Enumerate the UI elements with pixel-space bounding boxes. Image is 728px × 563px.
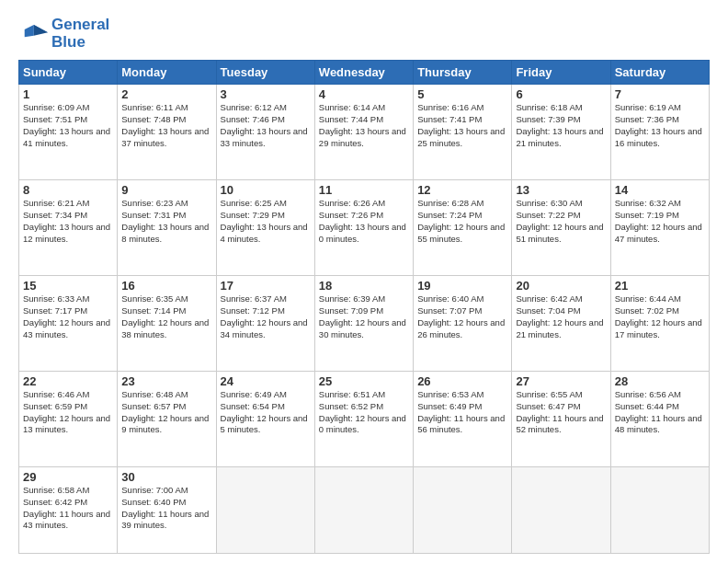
table-row: 9Sunrise: 6:23 AMSunset: 7:31 PMDaylight… <box>118 180 216 276</box>
col-wednesday: Wednesday <box>314 61 413 85</box>
day-number: 29 <box>23 470 113 484</box>
day-info: Sunrise: 6:09 AMSunset: 7:51 PMDaylight:… <box>23 102 113 149</box>
table-row: 25Sunrise: 6:51 AMSunset: 6:52 PMDayligh… <box>314 372 413 467</box>
day-number: 19 <box>417 279 507 293</box>
day-number: 18 <box>319 279 409 293</box>
col-thursday: Thursday <box>414 61 512 85</box>
day-info: Sunrise: 6:55 AMSunset: 6:47 PMDaylight:… <box>516 389 606 436</box>
day-number: 24 <box>221 374 311 388</box>
table-row: 4Sunrise: 6:14 AMSunset: 7:44 PMDaylight… <box>314 85 413 180</box>
day-info: Sunrise: 6:16 AMSunset: 7:41 PMDaylight:… <box>417 102 507 149</box>
table-row: 30Sunrise: 7:00 AMSunset: 6:40 PMDayligh… <box>118 466 216 553</box>
day-info: Sunrise: 6:26 AMSunset: 7:26 PMDaylight:… <box>319 198 409 245</box>
page: General Blue Sunday Monday Tuesday Wedne… <box>0 0 728 563</box>
table-row: 22Sunrise: 6:46 AMSunset: 6:59 PMDayligh… <box>19 372 118 467</box>
table-row <box>610 466 709 553</box>
day-info: Sunrise: 6:28 AMSunset: 7:24 PMDaylight:… <box>417 198 507 245</box>
table-row: 6Sunrise: 6:18 AMSunset: 7:39 PMDaylight… <box>512 85 610 180</box>
day-number: 4 <box>319 87 409 101</box>
table-row: 2Sunrise: 6:11 AMSunset: 7:48 PMDaylight… <box>118 85 216 180</box>
day-info: Sunrise: 6:35 AMSunset: 7:14 PMDaylight:… <box>121 293 211 340</box>
logo-icon <box>18 21 48 47</box>
day-number: 8 <box>23 183 113 197</box>
table-row: 19Sunrise: 6:40 AMSunset: 7:07 PMDayligh… <box>414 276 512 372</box>
col-sunday: Sunday <box>19 61 118 85</box>
day-number: 11 <box>319 183 409 197</box>
table-row <box>414 466 512 553</box>
table-row: 12Sunrise: 6:28 AMSunset: 7:24 PMDayligh… <box>414 180 512 276</box>
day-number: 26 <box>417 374 507 388</box>
table-row <box>512 466 610 553</box>
table-row: 11Sunrise: 6:26 AMSunset: 7:26 PMDayligh… <box>314 180 413 276</box>
svg-marker-1 <box>34 25 48 36</box>
table-row: 7Sunrise: 6:19 AMSunset: 7:36 PMDaylight… <box>610 85 709 180</box>
day-number: 15 <box>23 279 113 293</box>
day-info: Sunrise: 6:11 AMSunset: 7:48 PMDaylight:… <box>121 102 211 149</box>
day-number: 17 <box>221 279 311 293</box>
day-number: 16 <box>121 279 211 293</box>
logo-text: General Blue <box>51 17 109 51</box>
day-info: Sunrise: 6:18 AMSunset: 7:39 PMDaylight:… <box>516 102 606 149</box>
day-info: Sunrise: 6:32 AMSunset: 7:19 PMDaylight:… <box>615 198 705 245</box>
table-row: 20Sunrise: 6:42 AMSunset: 7:04 PMDayligh… <box>512 276 610 372</box>
table-row: 26Sunrise: 6:53 AMSunset: 6:49 PMDayligh… <box>414 372 512 467</box>
day-info: Sunrise: 6:44 AMSunset: 7:02 PMDaylight:… <box>615 293 705 340</box>
day-info: Sunrise: 6:53 AMSunset: 6:49 PMDaylight:… <box>417 389 507 436</box>
day-number: 3 <box>221 87 311 101</box>
table-row: 15Sunrise: 6:33 AMSunset: 7:17 PMDayligh… <box>19 276 118 372</box>
table-row: 1Sunrise: 6:09 AMSunset: 7:51 PMDaylight… <box>19 85 118 180</box>
day-info: Sunrise: 6:39 AMSunset: 7:09 PMDaylight:… <box>319 293 409 340</box>
table-row <box>216 466 314 553</box>
day-number: 21 <box>615 279 705 293</box>
col-tuesday: Tuesday <box>216 61 314 85</box>
day-info: Sunrise: 6:46 AMSunset: 6:59 PMDaylight:… <box>23 389 113 436</box>
svg-marker-2 <box>25 25 34 37</box>
header: General Blue <box>18 17 710 51</box>
day-info: Sunrise: 6:23 AMSunset: 7:31 PMDaylight:… <box>121 198 211 245</box>
day-number: 22 <box>23 374 113 388</box>
day-number: 27 <box>516 374 606 388</box>
day-number: 2 <box>121 87 211 101</box>
table-row <box>314 466 413 553</box>
day-number: 13 <box>516 183 606 197</box>
table-row: 13Sunrise: 6:30 AMSunset: 7:22 PMDayligh… <box>512 180 610 276</box>
calendar-table: Sunday Monday Tuesday Wednesday Thursday… <box>18 60 710 554</box>
table-row: 24Sunrise: 6:49 AMSunset: 6:54 PMDayligh… <box>216 372 314 467</box>
day-info: Sunrise: 6:40 AMSunset: 7:07 PMDaylight:… <box>417 293 507 340</box>
day-number: 28 <box>615 374 705 388</box>
table-row: 3Sunrise: 6:12 AMSunset: 7:46 PMDaylight… <box>216 85 314 180</box>
day-info: Sunrise: 6:42 AMSunset: 7:04 PMDaylight:… <box>516 293 606 340</box>
day-number: 10 <box>221 183 311 197</box>
day-info: Sunrise: 6:56 AMSunset: 6:44 PMDaylight:… <box>615 389 705 436</box>
table-row: 23Sunrise: 6:48 AMSunset: 6:57 PMDayligh… <box>118 372 216 467</box>
day-info: Sunrise: 6:48 AMSunset: 6:57 PMDaylight:… <box>121 389 211 436</box>
calendar-header-row: Sunday Monday Tuesday Wednesday Thursday… <box>19 61 710 85</box>
day-info: Sunrise: 6:25 AMSunset: 7:29 PMDaylight:… <box>221 198 311 245</box>
day-info: Sunrise: 7:00 AMSunset: 6:40 PMDaylight:… <box>121 485 211 532</box>
day-number: 20 <box>516 279 606 293</box>
table-row: 28Sunrise: 6:56 AMSunset: 6:44 PMDayligh… <box>610 372 709 467</box>
day-number: 7 <box>615 87 705 101</box>
day-number: 14 <box>615 183 705 197</box>
table-row: 17Sunrise: 6:37 AMSunset: 7:12 PMDayligh… <box>216 276 314 372</box>
table-row: 29Sunrise: 6:58 AMSunset: 6:42 PMDayligh… <box>19 466 118 553</box>
col-monday: Monday <box>118 61 216 85</box>
day-number: 30 <box>121 470 211 484</box>
day-number: 23 <box>121 374 211 388</box>
day-number: 12 <box>417 183 507 197</box>
table-row: 8Sunrise: 6:21 AMSunset: 7:34 PMDaylight… <box>19 180 118 276</box>
col-saturday: Saturday <box>610 61 709 85</box>
day-number: 6 <box>516 87 606 101</box>
day-number: 9 <box>121 183 211 197</box>
day-info: Sunrise: 6:51 AMSunset: 6:52 PMDaylight:… <box>319 389 409 436</box>
table-row: 21Sunrise: 6:44 AMSunset: 7:02 PMDayligh… <box>610 276 709 372</box>
day-number: 5 <box>417 87 507 101</box>
day-number: 1 <box>23 87 113 101</box>
day-info: Sunrise: 6:30 AMSunset: 7:22 PMDaylight:… <box>516 198 606 245</box>
day-info: Sunrise: 6:37 AMSunset: 7:12 PMDaylight:… <box>221 293 311 340</box>
table-row: 18Sunrise: 6:39 AMSunset: 7:09 PMDayligh… <box>314 276 413 372</box>
table-row: 27Sunrise: 6:55 AMSunset: 6:47 PMDayligh… <box>512 372 610 467</box>
day-info: Sunrise: 6:33 AMSunset: 7:17 PMDaylight:… <box>23 293 113 340</box>
day-info: Sunrise: 6:58 AMSunset: 6:42 PMDaylight:… <box>23 485 113 532</box>
table-row: 10Sunrise: 6:25 AMSunset: 7:29 PMDayligh… <box>216 180 314 276</box>
